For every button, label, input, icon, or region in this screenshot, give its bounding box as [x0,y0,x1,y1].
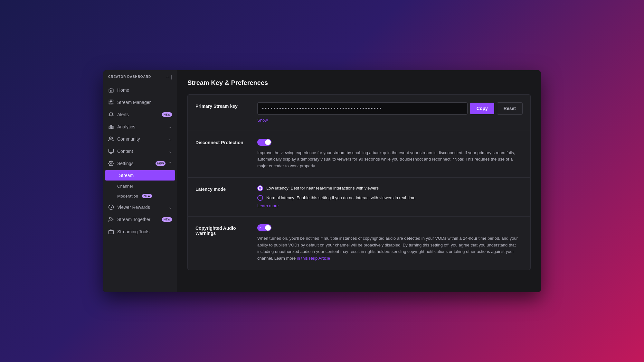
stream-together-icon [108,217,114,222]
copyright-desc-part1: When turned on, you'll be notified if mu… [257,236,518,261]
radio-low-latency-label: Low latency: Best for near real-time int… [266,186,379,190]
stream-sub-label: Stream [119,173,170,178]
content-chevron: ⌄ [169,149,172,153]
learn-more-link[interactable]: Learn more [257,203,279,208]
latency-radio-group: Low latency: Best for near real-time int… [257,185,523,201]
main-content: Stream Key & Preferences Primary Stream … [177,70,541,292]
disconnect-label: Disconnect Protection [195,139,247,170]
key-row: Copy Reset [257,102,523,115]
radio-low-latency[interactable]: Low latency: Best for near real-time int… [257,185,523,191]
disconnect-toggle[interactable] [257,139,271,146]
radio-low-latency-circle [257,185,263,191]
alerts-icon [108,112,114,117]
svg-point-0 [110,101,112,103]
show-link[interactable]: Show [257,118,268,123]
stream-key-label: Primary Stream key [195,102,247,123]
home-icon [108,87,114,93]
svg-point-10 [110,162,112,164]
svg-rect-5 [112,126,113,128]
sidebar-item-settings[interactable]: Settings NEW ⌃ [103,157,177,170]
disconnect-description: Improve the viewing experience for your … [257,150,523,170]
help-article-link[interactable]: in this Help Article [297,256,330,261]
copyrighted-audio-content: ✓ When turned on, you'll be notified if … [257,224,523,262]
page-title: Stream Key & Preferences [187,79,531,87]
moderation-badge: NEW [142,194,152,198]
content-label: Content [117,149,166,154]
sidebar-item-alerts[interactable]: Alerts NEW [103,108,177,121]
copy-button[interactable]: Copy [470,103,494,114]
settings-label: Settings [117,161,151,166]
disconnect-protection-section: Disconnect Protection Improve the viewin… [188,131,530,178]
home-label: Home [117,88,172,93]
streaming-tools-icon [108,229,114,235]
settings-icon [108,161,114,166]
sidebar-item-community[interactable]: Community ⌄ [103,133,177,145]
svg-point-12 [109,217,111,219]
stream-together-label: Stream Together [117,217,157,222]
collapse-icon[interactable]: ←| [166,74,172,80]
analytics-icon [108,124,114,130]
community-label: Community [117,136,166,142]
sidebar-item-analytics[interactable]: Analytics ⌄ [103,121,177,133]
viewer-rewards-chevron: ⌄ [169,205,172,209]
copyrighted-audio-description: When turned on, you'll be notified if mu… [257,235,523,262]
channel-sub-label: Channel [117,184,133,189]
sidebar-item-stream-together[interactable]: Stream Together NEW [103,213,177,226]
settings-chevron: ⌃ [169,161,172,166]
viewer-rewards-icon [108,204,114,210]
reset-button[interactable]: Reset [497,102,523,115]
sidebar-item-home[interactable]: Home [103,84,177,96]
radio-normal-latency[interactable]: Normal latency: Enable this setting if y… [257,195,523,201]
moderation-sub-label: Moderation [117,194,138,199]
dashboard-title: CREATOR DASHBOARD [108,75,151,79]
sidebar: CREATOR DASHBOARD ←| Home Stream Manager… [103,70,177,292]
stream-key-content: Copy Reset Show [257,102,523,123]
settings-badge: NEW [156,161,166,166]
stream-manager-icon [108,99,114,105]
copyrighted-audio-toggle[interactable]: ✓ [257,224,271,231]
toggle-check-icon: ✓ [259,226,262,230]
analytics-label: Analytics [117,124,166,129]
sidebar-item-content[interactable]: Content ⌄ [103,145,177,157]
disconnect-toggle-knob [265,139,271,145]
alerts-badge: NEW [162,112,172,117]
stream-key-section: Primary Stream key Copy Reset Show [188,95,530,131]
radio-normal-latency-circle [257,195,263,201]
sidebar-header: CREATOR DASHBOARD ←| [103,70,177,84]
disconnect-content: Improve the viewing experience for your … [257,139,523,170]
copyrighted-audio-section: Copyrighted Audio Warnings ✓ When turned… [188,217,530,270]
disconnect-toggle-row [257,139,523,146]
sidebar-item-channel[interactable]: Channel [103,181,177,191]
community-icon [108,136,114,142]
sidebar-item-viewer-rewards[interactable]: Viewer Rewards ⌄ [103,201,177,213]
app-window: CREATOR DASHBOARD ←| Home Stream Manager… [103,70,541,292]
streaming-tools-label: Streaming Tools [117,229,172,234]
copyrighted-audio-toggle-row: ✓ [257,224,523,231]
radio-normal-latency-label: Normal latency: Enable this setting if y… [266,195,415,200]
stream-manager-label: Stream Manager [117,100,172,105]
community-chevron: ⌄ [169,137,172,141]
latency-label: Latency mode [195,185,247,209]
svg-rect-7 [109,149,114,153]
sidebar-item-streaming-tools[interactable]: Streaming Tools [103,226,177,238]
svg-rect-3 [109,127,110,129]
alerts-label: Alerts [117,112,157,117]
svg-rect-15 [109,230,114,234]
stream-key-input[interactable] [257,102,468,115]
latency-mode-section: Latency mode Low latency: Best for near … [188,178,530,217]
svg-point-6 [109,137,111,139]
svg-point-1 [109,100,113,104]
copyrighted-audio-toggle-knob [265,225,271,231]
stream-together-badge: NEW [162,217,172,222]
settings-card: Primary Stream key Copy Reset Show Disco… [187,94,531,270]
svg-rect-4 [111,125,112,129]
content-icon [108,148,114,154]
analytics-chevron: ⌄ [169,125,172,129]
sidebar-item-stream[interactable]: Stream [105,170,175,181]
viewer-rewards-label: Viewer Rewards [117,205,166,210]
latency-content: Low latency: Best for near real-time int… [257,185,523,209]
sidebar-item-moderation[interactable]: Moderation NEW [103,191,177,201]
copyrighted-audio-label: Copyrighted Audio Warnings [195,224,247,262]
sidebar-item-stream-manager[interactable]: Stream Manager [103,96,177,108]
